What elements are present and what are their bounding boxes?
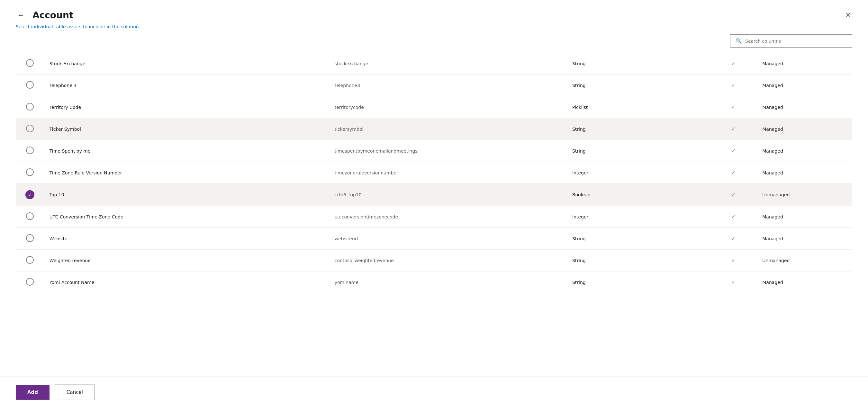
columns-table: Stock ExchangestockexchangeString✓Manage… xyxy=(16,53,852,293)
checkmark-icon: ✓ xyxy=(732,170,736,176)
column-type: String xyxy=(567,53,710,74)
checkbox-circle[interactable] xyxy=(26,125,34,132)
checkbox-cell[interactable] xyxy=(16,96,44,118)
check-mark: ✓ xyxy=(710,162,757,184)
check-mark: ✓ xyxy=(710,228,757,250)
checkbox-circle[interactable] xyxy=(26,168,34,176)
managed-status: Managed xyxy=(757,140,852,162)
managed-status: Managed xyxy=(757,271,852,293)
close-button[interactable]: ✕ xyxy=(844,10,852,21)
table-row[interactable]: Time Zone Rule Version Numbertimezonerul… xyxy=(16,162,852,184)
checkmark-icon: ✓ xyxy=(732,126,736,132)
checkbox-cell[interactable] xyxy=(16,118,44,140)
table-row[interactable]: Time Spent by metimespentbymeonemailandm… xyxy=(16,140,852,162)
checkmark-icon: ✓ xyxy=(732,236,736,242)
add-button[interactable]: Add xyxy=(16,385,50,400)
column-name: Territory Code xyxy=(44,96,330,118)
search-input[interactable] xyxy=(745,39,847,44)
checkbox-cell[interactable] xyxy=(16,74,44,96)
table-row[interactable]: UTC Conversion Time Zone Codeutcconversi… xyxy=(16,206,852,228)
checkbox-cell[interactable] xyxy=(16,206,44,228)
subtitle-rest: to include in the solution. xyxy=(82,24,141,29)
check-mark: ✓ xyxy=(710,250,757,271)
cancel-button[interactable]: Cancel xyxy=(55,384,95,400)
column-name: Stock Exchange xyxy=(44,53,330,74)
managed-status: Managed xyxy=(757,96,852,118)
checkmark-icon: ✓ xyxy=(732,60,736,67)
checkbox-circle[interactable] xyxy=(26,81,34,89)
checkbox-cell[interactable] xyxy=(16,228,44,250)
column-type: String xyxy=(567,250,710,271)
checkbox-cell[interactable] xyxy=(16,140,44,162)
checkbox-circle[interactable] xyxy=(26,256,34,264)
table-row[interactable]: Top 10crfb6_top10Boolean✓Unmanaged xyxy=(16,184,852,206)
column-name: Weighted revenue xyxy=(44,250,330,271)
checkbox-circle[interactable] xyxy=(26,59,34,67)
column-type: String xyxy=(567,118,710,140)
logical-name: contoso_weightedrevenue xyxy=(330,250,567,271)
checkbox-circle[interactable] xyxy=(26,103,34,110)
table-row[interactable]: Ticker SymboltickersymbolString✓Managed xyxy=(16,118,852,140)
check-mark: ✓ xyxy=(710,96,757,118)
column-name: Website xyxy=(44,228,330,250)
column-type: Integer xyxy=(567,162,710,184)
checkmark-icon: ✓ xyxy=(732,279,736,285)
logical-name: websiteurl xyxy=(330,228,567,250)
checkmark-icon: ✓ xyxy=(732,148,736,154)
logical-name: stockexchange xyxy=(330,53,567,74)
header-left: ← Account xyxy=(16,9,73,21)
column-type: Boolean xyxy=(567,184,710,206)
table-row[interactable]: WebsitewebsiteurlString✓Managed xyxy=(16,228,852,250)
table-container: Stock ExchangestockexchangeString✓Manage… xyxy=(0,53,868,376)
logical-name: territorycode xyxy=(330,96,567,118)
checkbox-cell[interactable] xyxy=(16,271,44,293)
logical-name: telephone3 xyxy=(330,74,567,96)
dialog: ← Account ✕ Select individual table asse… xyxy=(0,0,868,408)
subtitle-static: Select xyxy=(16,24,31,29)
check-mark: ✓ xyxy=(710,184,757,206)
check-mark: ✓ xyxy=(710,74,757,96)
table-row[interactable]: Territory CodeterritorycodePicklist✓Mana… xyxy=(16,96,852,118)
search-box[interactable]: 🔍 xyxy=(730,34,852,47)
table-row[interactable]: Yomi Account NameyominameString✓Managed xyxy=(16,271,852,293)
checkbox-cell[interactable] xyxy=(16,250,44,271)
logical-name: timespentbymeonemailandmeetings xyxy=(330,140,567,162)
column-name: Telephone 3 xyxy=(44,74,330,96)
dialog-footer: Add Cancel xyxy=(0,376,868,408)
column-name: Ticker Symbol xyxy=(44,118,330,140)
column-type: String xyxy=(567,140,710,162)
check-mark: ✓ xyxy=(710,118,757,140)
checkbox-circle[interactable] xyxy=(26,234,34,242)
check-mark: ✓ xyxy=(710,271,757,293)
logical-name: yominame xyxy=(330,271,567,293)
checkbox-circle[interactable] xyxy=(26,278,34,285)
back-button[interactable]: ← xyxy=(16,9,26,21)
logical-name: utcconversiontimezonecode xyxy=(330,206,567,228)
table-row[interactable]: Stock ExchangestockexchangeString✓Manage… xyxy=(16,53,852,74)
checkmark-icon: ✓ xyxy=(732,214,736,220)
column-type: String xyxy=(567,228,710,250)
managed-status: Managed xyxy=(757,74,852,96)
table-row[interactable]: Telephone 3telephone3String✓Managed xyxy=(16,74,852,96)
subtitle-link[interactable]: individual table assets xyxy=(31,24,82,29)
search-area: 🔍 xyxy=(0,29,868,47)
logical-name: tickersymbol xyxy=(330,118,567,140)
checkbox-cell[interactable] xyxy=(16,184,44,206)
managed-status: Managed xyxy=(757,206,852,228)
checkbox-circle[interactable] xyxy=(26,212,34,220)
managed-status: Unmanaged xyxy=(757,250,852,271)
column-type: Picklist xyxy=(567,96,710,118)
column-type: String xyxy=(567,74,710,96)
checkbox-circle[interactable] xyxy=(26,146,34,154)
checkbox-cell[interactable] xyxy=(16,53,44,74)
logical-name: timezoneruleversionnumber xyxy=(330,162,567,184)
managed-status: Managed xyxy=(757,228,852,250)
dialog-title: Account xyxy=(32,10,73,21)
table-row[interactable]: Weighted revenuecontoso_weightedrevenueS… xyxy=(16,250,852,271)
checkbox-cell[interactable] xyxy=(16,162,44,184)
column-name: UTC Conversion Time Zone Code xyxy=(44,206,330,228)
column-type: String xyxy=(567,271,710,293)
check-mark: ✓ xyxy=(710,140,757,162)
column-name: Time Zone Rule Version Number xyxy=(44,162,330,184)
checkbox-filled[interactable] xyxy=(25,190,34,199)
